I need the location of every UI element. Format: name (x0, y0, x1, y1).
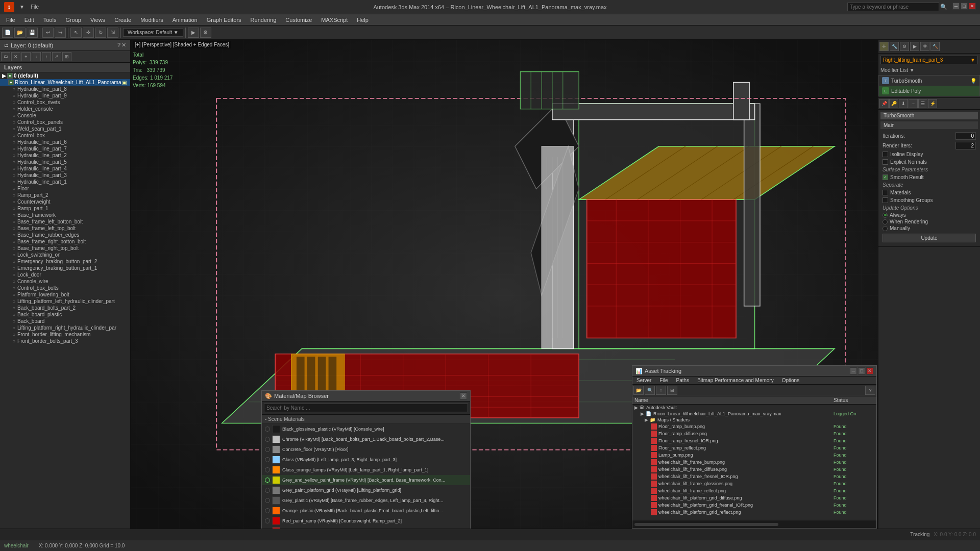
layer-item[interactable]: ○Control_box_rivets (0, 99, 130, 106)
layer-item[interactable]: ○Counterweight (0, 198, 130, 205)
layer-vis-icon[interactable]: ● (7, 73, 13, 79)
layer-item[interactable]: ○Control_box_panels (0, 119, 130, 126)
rp-display-icon[interactable]: 👁 (920, 42, 929, 51)
menu-help[interactable]: Help (353, 16, 373, 24)
isoline-checkbox[interactable] (883, 152, 888, 157)
smooth-result-checkbox[interactable]: ✓ (883, 174, 888, 180)
material-close-btn[interactable]: ✕ (460, 392, 467, 399)
menu-animation[interactable]: Animation (168, 16, 202, 24)
tb-render-setup[interactable]: ⚙ (200, 28, 211, 38)
tb-open[interactable]: 📂 (14, 28, 26, 38)
asset-item[interactable]: Floor_ramp_bump.pngFound (632, 423, 876, 430)
menu-customize[interactable]: Customize (281, 16, 316, 24)
asset-maps-group[interactable]: ▶ 📁 Maps / Shaders (632, 417, 876, 423)
menu-edit[interactable]: Edit (20, 16, 38, 24)
asset-hscrollbar[interactable] (632, 520, 876, 528)
layer-tb-btn3[interactable]: + (21, 52, 31, 61)
layer-item[interactable]: ○Hydraulic_line_part_1 (0, 179, 130, 185)
layer-item[interactable]: ○Weld_seam_part_1 (0, 126, 130, 132)
modifier-bulb-icon[interactable]: 💡 (970, 78, 976, 84)
asset-item[interactable]: Floor_ramp_reflect.pngFound (632, 444, 876, 452)
asset-menu-paths[interactable]: Paths (672, 377, 694, 384)
menu-graph-editors[interactable]: Graph Editors (203, 16, 246, 24)
asset-menu-file[interactable]: File (655, 377, 672, 384)
explicit-normals-checkbox[interactable] (883, 159, 888, 165)
layer-item[interactable]: ○Hydraulic_line_part_6 (0, 139, 130, 145)
asset-item[interactable]: wheelchair_lift_frame_glossines.pngFound (632, 480, 876, 487)
material-item[interactable]: Red_paint_ramp (VRayMtl) [Counterweight,… (262, 516, 470, 526)
rp-create-icon[interactable]: ✛ (879, 42, 889, 51)
tb-save[interactable]: 💾 (27, 28, 38, 38)
asset-item[interactable]: Floor_ramp_fresnel_IOR.pngFound (632, 437, 876, 444)
layer-item[interactable]: ○Back_board_plastic (0, 311, 130, 318)
asset-menu-bitmap[interactable]: Bitmap Performance and Memory (693, 377, 778, 384)
smoothing-groups-checkbox[interactable] (883, 197, 888, 203)
layer-item[interactable]: ○Control_box_bolts (0, 285, 130, 291)
material-item[interactable]: Orange_plastic (VRayMtl) [Back_board_pla… (262, 506, 470, 516)
layer-item[interactable]: ○Lifting_platform_left_hydraulic_clinder… (0, 298, 130, 305)
layer-item[interactable]: ○Hydraulic_line_part_7 (0, 145, 130, 152)
minimize-button[interactable]: ─ (952, 3, 960, 10)
scene-materials-section[interactable]: - Scene Materials (262, 415, 470, 424)
mod-funnel-icon[interactable]: ⬇ (899, 99, 908, 108)
rp-modify-icon[interactable]: 🔧 (890, 42, 899, 51)
layer-item[interactable]: ○Base_frame_right_botton_bolt (0, 238, 130, 245)
asset-minimize-btn[interactable]: ─ (850, 367, 857, 374)
asset-tb-help-btn[interactable]: ? (865, 386, 875, 395)
tb-move[interactable]: ✛ (83, 28, 94, 38)
menu-tools[interactable]: Tools (39, 16, 61, 24)
layer-item[interactable]: ○Holder_console (0, 106, 130, 112)
asset-item[interactable]: wheelchair_lift_platform_grid_reflect.pn… (632, 509, 876, 516)
asset-tb-btn4[interactable]: ⊞ (667, 386, 677, 395)
material-item[interactable]: Concrete_floor (VRayMtl) [Floor] (262, 444, 470, 455)
layer-item[interactable]: ○Lifting_platform_right_hydraulic_clinde… (0, 324, 130, 331)
menu-modifiers[interactable]: Modifiers (136, 16, 167, 24)
layer-item[interactable]: ○Ramp_part_1 (0, 205, 130, 212)
material-item[interactable]: Grey_paint_platform_grid (VRayMtl) [Lift… (262, 485, 470, 495)
asset-menu-server[interactable]: Server (632, 377, 655, 384)
layer-item[interactable]: ○Lock_switching_on (0, 252, 130, 258)
layer-item[interactable]: ○Hydraulic_line_part_5 (0, 159, 130, 165)
tb-rotate[interactable]: ↻ (95, 28, 106, 38)
asset-item[interactable]: wheelchair_lift_frame_reflect.pngFound (632, 487, 876, 494)
search-input[interactable] (847, 3, 939, 11)
asset-restore-btn[interactable]: □ (858, 367, 865, 374)
tb-undo[interactable]: ↩ (42, 28, 54, 38)
layer-item[interactable]: ○Base_framework (0, 212, 130, 218)
materials-checkbox[interactable] (883, 190, 888, 195)
asset-vault-item[interactable]: ▶ 🏛 Autodesk Vault (632, 405, 876, 411)
material-item[interactable]: Glass (VRayMtl) [Left_lamp_part_3, Right… (262, 455, 470, 465)
restore-button[interactable]: □ (961, 3, 968, 10)
menu-maxscript[interactable]: MAXScript (317, 16, 352, 24)
layer-item[interactable]: ○Hydraulic_line_part_4 (0, 165, 130, 172)
material-item[interactable]: Grey_plastic (VRayMtl) [Base_frame_rubbe… (262, 495, 470, 506)
layer-item[interactable]: ○Console (0, 112, 130, 119)
asset-tb-btn2[interactable]: 🔍 (645, 386, 655, 395)
mod-extra1-icon[interactable]: ☰ (918, 99, 927, 108)
layer-item-default[interactable]: ▶ ● 0 (default) (0, 72, 130, 79)
layer-item[interactable]: ○Hydraulic_line_part_8 (0, 86, 130, 92)
rp-utilities-icon[interactable]: 🔨 (930, 42, 940, 51)
modifier-list-dropdown[interactable]: Modifier List ▼ (880, 67, 978, 73)
modifier-turbosmooth[interactable]: T TurboSmooth 💡 (879, 76, 979, 86)
layer-item[interactable]: ○Lock_door (0, 271, 130, 278)
layer-item[interactable]: ○Hydraulic_line_part_3 (0, 172, 130, 179)
asset-item[interactable]: Floor_ramp_diffuse.pngFound (632, 430, 876, 437)
asset-item[interactable]: wheelchair_lift_frame_diffuse.pngFound (632, 466, 876, 473)
material-item[interactable]: Chrome (VRayMtl) [Back_board_bolts_part_… (262, 434, 470, 444)
tb-new[interactable]: 📄 (2, 28, 13, 38)
material-search-input[interactable] (264, 404, 468, 412)
layer-item[interactable]: ○Base_frame_left_top_bolt (0, 225, 130, 232)
layer-tb-btn4[interactable]: ↓ (32, 52, 41, 61)
when-rendering-radio[interactable] (883, 219, 888, 224)
layer-tb-btn6[interactable]: ↗ (52, 52, 61, 61)
layer-tb-btn1[interactable]: 🗂 (1, 52, 10, 61)
layer-item[interactable]: ○Emergency_braking_button_part_2 (0, 258, 130, 265)
layer-vis-icon[interactable]: ● (8, 80, 14, 85)
menu-file[interactable]: File (2, 16, 19, 24)
asset-item[interactable]: wheelchair_lift_frame_bump.pngFound (632, 459, 876, 466)
material-item[interactable]: Black_glossines_plastic (VRayMtl) [Conso… (262, 424, 470, 434)
search-icon[interactable]: 🔍 (940, 4, 947, 10)
menu-create[interactable]: Create (110, 16, 135, 24)
asset-close-btn[interactable]: ✕ (866, 367, 873, 374)
